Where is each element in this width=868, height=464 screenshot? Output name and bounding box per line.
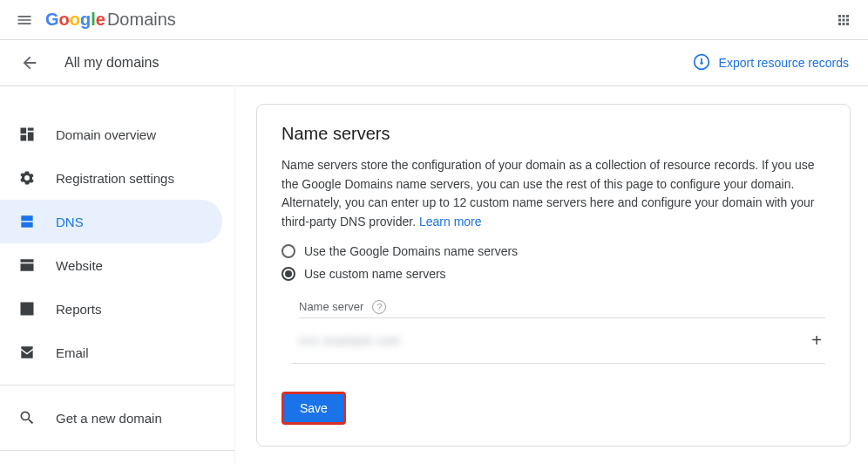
export-resource-records-link[interactable]: Export resource records — [693, 53, 849, 73]
google-domains-logo[interactable]: Google Domains — [45, 10, 176, 30]
hamburger-menu-icon[interactable] — [14, 10, 35, 31]
gear-icon — [17, 168, 37, 188]
website-icon — [17, 256, 37, 275]
name-servers-card: Name servers Name servers store the conf… — [256, 104, 851, 447]
subheader: All my domains Export resource records — [0, 40, 868, 86]
card-title: Name servers — [281, 124, 825, 144]
radio-icon — [281, 244, 295, 258]
name-server-input-row: ns1 example com + — [292, 318, 825, 364]
content-area: Domain overview Registration settings DN… — [0, 86, 868, 464]
add-name-server-button[interactable]: + — [811, 331, 825, 351]
product-suffix: Domains — [107, 10, 176, 30]
sidebar-item-label: Registration settings — [56, 171, 174, 186]
bar-chart-icon — [17, 299, 37, 318]
topbar: Google Domains — [0, 0, 868, 40]
sidebar-item-label: Email — [56, 345, 89, 360]
sidebar-item-dns[interactable]: DNS — [0, 200, 222, 243]
help-icon[interactable]: ? — [372, 300, 386, 314]
radio-google-name-servers[interactable]: Use the Google Domains name servers — [281, 244, 825, 258]
search-icon — [17, 408, 37, 427]
sidebar-divider — [0, 450, 234, 451]
sidebar-divider — [0, 385, 234, 386]
sidebar-item-domain-overview[interactable]: Domain overview — [0, 113, 234, 156]
card-description: Name servers store the configuration of … — [281, 156, 825, 232]
sidebar: Domain overview Registration settings DN… — [0, 86, 235, 464]
radio-icon — [281, 267, 295, 281]
learn-more-link[interactable]: Learn more — [419, 215, 482, 229]
sidebar-item-email[interactable]: Email — [0, 331, 234, 374]
apps-grid-icon[interactable] — [833, 10, 854, 31]
name-server-section: Name server ? ns1 example com + — [299, 300, 825, 364]
back-arrow-icon[interactable] — [19, 52, 40, 73]
download-icon — [693, 53, 710, 73]
name-server-input[interactable]: ns1 example com — [299, 334, 401, 347]
sidebar-item-registration-settings[interactable]: Registration settings — [0, 156, 234, 200]
export-label: Export resource records — [719, 56, 849, 70]
dns-icon — [17, 212, 37, 231]
radio-custom-name-servers[interactable]: Use custom name servers — [281, 267, 825, 281]
save-button[interactable]: Save — [281, 392, 346, 425]
sidebar-item-label: Domain overview — [56, 127, 156, 142]
topbar-left: Google Domains — [14, 10, 176, 31]
sidebar-item-website[interactable]: Website — [0, 243, 234, 287]
sidebar-item-label: DNS — [56, 215, 84, 229]
name-server-field-label: Name server ? — [299, 300, 825, 314]
subheader-left: All my domains — [19, 52, 159, 73]
main-panel: Name servers Name servers store the conf… — [235, 86, 868, 464]
sidebar-item-label: Website — [56, 258, 103, 273]
email-icon — [17, 343, 37, 362]
dashboard-icon — [17, 125, 37, 144]
sidebar-item-label: Reports — [56, 302, 102, 317]
sidebar-item-label: Get a new domain — [56, 411, 162, 426]
radio-label: Use custom name servers — [304, 267, 446, 281]
page-title: All my domains — [64, 55, 159, 71]
radio-label: Use the Google Domains name servers — [304, 244, 518, 258]
sidebar-item-reports[interactable]: Reports — [0, 287, 234, 331]
sidebar-item-get-new-domain[interactable]: Get a new domain — [0, 396, 234, 440]
